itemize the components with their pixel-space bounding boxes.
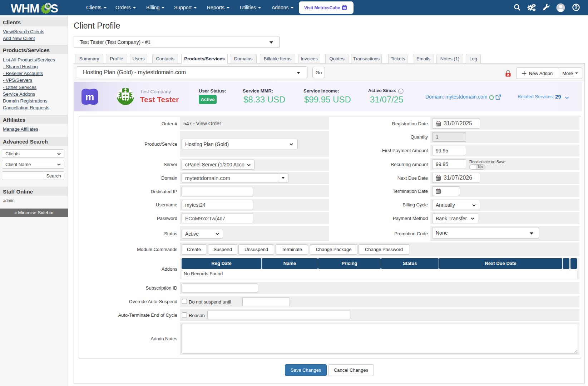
svg-text:m: m	[85, 91, 94, 102]
svg-text:?: ?	[574, 4, 578, 10]
svg-text:m: m	[343, 6, 346, 10]
